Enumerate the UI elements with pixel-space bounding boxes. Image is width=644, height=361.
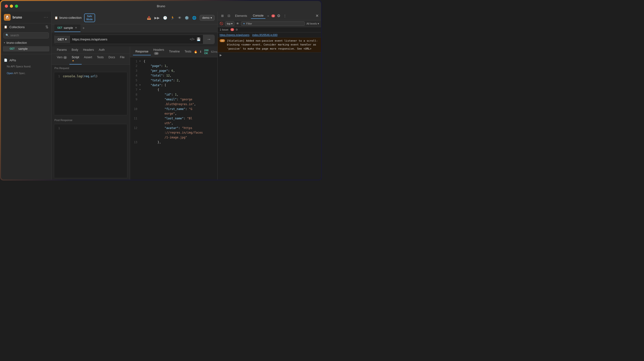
- pre-request-editor[interactable]: 1 console.log(req.url): [54, 72, 128, 115]
- run-icon[interactable]: ▶▶: [154, 16, 160, 20]
- collections-header: 📋 Collections ⇅: [1, 23, 51, 31]
- chevron-down-icon: ▾: [4, 41, 5, 44]
- globe-icon[interactable]: 🌐: [192, 16, 196, 20]
- json-line-8: 8 "id": 1,: [132, 92, 218, 97]
- tab-timeline[interactable]: Timeline: [167, 48, 182, 55]
- minimize-button[interactable]: [10, 4, 13, 8]
- status-badge: 200 OK: [204, 49, 208, 55]
- apis-label: APIs: [10, 58, 16, 62]
- url-actions: </> 💾: [187, 37, 203, 41]
- console-filter[interactable]: ▼ Filter: [241, 21, 304, 26]
- eye-icon[interactable]: 👁: [178, 16, 181, 20]
- tab-response-headers[interactable]: Headers 18: [151, 46, 166, 57]
- open-api-spec: Open API Spec.: [4, 70, 48, 76]
- search-box[interactable]: 🔍: [3, 32, 49, 38]
- console-links-row: https://reqres.in/api/users index.9f1f95…: [218, 32, 321, 37]
- maximize-button[interactable]: [15, 4, 18, 8]
- filter-icon: ▼: [243, 22, 245, 25]
- clock-icon[interactable]: 🕐: [163, 16, 167, 20]
- collection-name: bruno-collection: [6, 41, 27, 44]
- tab-docs[interactable]: Docs: [106, 54, 118, 64]
- tab-body[interactable]: Body: [69, 46, 80, 54]
- close-button[interactable]: [5, 4, 8, 8]
- devtools-close-icon[interactable]: ✕: [316, 13, 319, 18]
- console-link-url[interactable]: https://reqres.in/api/users: [220, 33, 250, 36]
- tab-file[interactable]: File: [118, 54, 127, 64]
- left-panel: Params Body Headers Auth Vars1 Script: [52, 46, 130, 180]
- response-time: 62ms: [211, 50, 218, 53]
- tab-auth[interactable]: Auth: [96, 46, 107, 54]
- url-bar: GET ▾ </> 💾 →: [54, 35, 214, 44]
- eye-filter-icon[interactable]: 👁: [236, 22, 239, 25]
- devtools-header: ⊞ ⊡ Elements Console » 1 ⚙ ⋮ ✕: [218, 11, 321, 20]
- environment-selector[interactable]: demo ▾: [200, 15, 214, 21]
- vars-badge: 1: [63, 56, 67, 59]
- tab-name: sample: [64, 26, 73, 29]
- person-icon[interactable]: 🏃: [170, 16, 174, 20]
- json-line-10: 10 "first_name": "G eorge",: [132, 107, 218, 116]
- devtools-error-badge: 1: [272, 14, 275, 17]
- devtools-console[interactable]: https://reqres.in/api/users index.9f1f95…: [218, 32, 321, 180]
- devtools-tab-console[interactable]: Console: [251, 13, 266, 19]
- frame-selector[interactable]: top ▾: [225, 21, 234, 26]
- safe-mode-button[interactable]: Safe Mode: [84, 13, 95, 22]
- sort-icon[interactable]: ⇅: [45, 25, 48, 29]
- tab-headers[interactable]: Headers: [81, 46, 96, 54]
- search-input[interactable]: [10, 34, 47, 37]
- devtools-toolbar: 🚫 top ▾ 👁 ▼ Filter All levels ▾: [218, 20, 321, 27]
- tab-tests[interactable]: Tests: [95, 54, 106, 64]
- save-icon[interactable]: 💾: [196, 37, 200, 41]
- tab-vars[interactable]: Vars1: [54, 54, 69, 64]
- json-line-4: 4 "total": 12,: [132, 73, 218, 78]
- json-line-1: 1 ▾ {: [132, 59, 218, 64]
- code-text: console.log(req.url): [63, 74, 98, 79]
- code-icon[interactable]: </>: [190, 37, 194, 41]
- devtools-undock-icon[interactable]: ⊞: [220, 13, 225, 18]
- sidebar-menu-button[interactable]: ···: [44, 15, 48, 19]
- devtools-inspect-icon[interactable]: ⊡: [227, 13, 231, 18]
- traffic-lights: [5, 4, 18, 8]
- tab-response[interactable]: Response: [133, 48, 151, 55]
- download-icon[interactable]: ⬇: [200, 50, 202, 53]
- console-expand-icon[interactable]: ▶: [218, 52, 321, 58]
- json-viewer[interactable]: 1 ▾ { 2 "page": 1, 3: [130, 57, 218, 180]
- send-button[interactable]: →: [203, 35, 214, 44]
- tab-add-button[interactable]: +: [80, 25, 86, 31]
- tab-script[interactable]: Script: [69, 54, 82, 64]
- method-badge: GET: [10, 47, 16, 50]
- apis-header[interactable]: 📄 APIs: [4, 57, 48, 63]
- devtools-more-tabs-icon[interactable]: »: [267, 14, 269, 17]
- console-clear-icon[interactable]: 🚫: [220, 22, 223, 25]
- post-response-label: Post Response: [52, 117, 130, 122]
- tab-sample[interactable]: GET sample ✕: [54, 24, 80, 32]
- apis-icon: 📄: [4, 58, 8, 62]
- method-selector[interactable]: GET ▾: [55, 36, 70, 43]
- settings-icon[interactable]: ⚙️: [185, 16, 189, 20]
- request-item-sample[interactable]: GET sample: [3, 46, 49, 51]
- collection-item[interactable]: ▾ bruno-collection: [1, 40, 51, 46]
- tab-params[interactable]: Params: [54, 46, 69, 54]
- devtools-tab-elements[interactable]: Elements: [233, 13, 249, 18]
- response-meta: 🔥 ⬇ 200 OK 62ms 1.3KB: [194, 49, 218, 55]
- top-toolbar: 📋 bruno-collection Safe Mode 📤 ▶▶ 🕐 🏃 👁 …: [52, 11, 218, 24]
- toolbar-icons: 📤 ▶▶ 🕐 🏃 👁 ⚙️ 🌐 demo ▾: [147, 15, 214, 21]
- post-response-editor[interactable]: 1: [54, 124, 128, 178]
- right-panel: Response Headers 18 Timeline Tests 🔥 ⬇: [130, 46, 218, 180]
- url-input[interactable]: [70, 36, 187, 43]
- tab-tests-response[interactable]: Tests: [182, 48, 194, 55]
- devtools-more-menu-icon[interactable]: ⋮: [283, 14, 286, 18]
- issues-settings-icon[interactable]: ⚙: [236, 28, 238, 31]
- levels-selector[interactable]: All levels ▾: [306, 22, 319, 25]
- open-link[interactable]: Open: [7, 72, 13, 75]
- app-logo: 🐶: [4, 14, 10, 21]
- window-title: Bruno: [157, 4, 165, 8]
- violation-count-badge: 10: [220, 39, 225, 42]
- post-code-line-1: 1: [56, 126, 125, 131]
- sidebar: 🐶 bruno ··· 📋 Collections ⇅ 🔍: [1, 11, 52, 180]
- collection-breadcrumb-icon: 📋: [54, 16, 58, 19]
- upload-icon[interactable]: 📤: [147, 16, 151, 20]
- tab-close-icon[interactable]: ✕: [74, 26, 78, 29]
- devtools-settings-icon[interactable]: ⚙: [277, 13, 280, 18]
- console-link-file[interactable]: index.9f1f9546.js:690: [252, 33, 278, 36]
- tab-assert[interactable]: Assert: [82, 54, 95, 64]
